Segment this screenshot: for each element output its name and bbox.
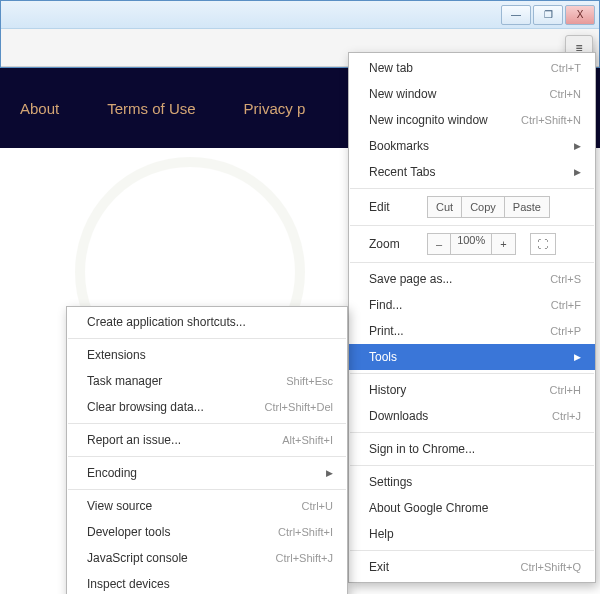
- menu-separator: [350, 188, 594, 189]
- zoom-percent: 100%: [451, 233, 491, 255]
- close-icon: X: [577, 9, 584, 20]
- menu-recent-tabs[interactable]: Recent Tabs▶: [349, 159, 595, 185]
- menu-new-incognito[interactable]: New incognito windowCtrl+Shift+N: [349, 107, 595, 133]
- menu-separator: [350, 432, 594, 433]
- submenu-encoding[interactable]: Encoding▶: [67, 460, 347, 486]
- menu-separator: [68, 489, 346, 490]
- chevron-right-icon: ▶: [326, 468, 333, 478]
- menu-separator: [68, 456, 346, 457]
- menu-exit[interactable]: ExitCtrl+Shift+Q: [349, 554, 595, 580]
- minimize-button[interactable]: —: [501, 5, 531, 25]
- maximize-icon: ❐: [544, 9, 553, 20]
- menu-separator: [350, 373, 594, 374]
- menu-settings[interactable]: Settings: [349, 469, 595, 495]
- submenu-dev-tools[interactable]: Developer toolsCtrl+Shift+I: [67, 519, 347, 545]
- menu-separator: [350, 550, 594, 551]
- fullscreen-icon: ⛶: [537, 238, 548, 250]
- nav-about[interactable]: About: [20, 100, 59, 117]
- submenu-inspect-devices[interactable]: Inspect devices: [67, 571, 347, 594]
- submenu-extensions[interactable]: Extensions: [67, 342, 347, 368]
- menu-separator: [68, 423, 346, 424]
- menu-downloads[interactable]: DownloadsCtrl+J: [349, 403, 595, 429]
- menu-find[interactable]: Find...Ctrl+F: [349, 292, 595, 318]
- menu-help[interactable]: Help: [349, 521, 595, 547]
- nav-privacy[interactable]: Privacy p: [244, 100, 306, 117]
- chrome-main-menu: New tabCtrl+T New windowCtrl+N New incog…: [348, 52, 596, 583]
- title-bar: — ❐ X: [1, 1, 599, 29]
- menu-about-chrome[interactable]: About Google Chrome: [349, 495, 595, 521]
- minimize-icon: —: [511, 9, 521, 20]
- zoom-in-button[interactable]: +: [491, 233, 515, 255]
- menu-bookmarks[interactable]: Bookmarks▶: [349, 133, 595, 159]
- menu-history[interactable]: HistoryCtrl+H: [349, 377, 595, 403]
- zoom-out-button[interactable]: –: [427, 233, 451, 255]
- submenu-js-console[interactable]: JavaScript consoleCtrl+Shift+J: [67, 545, 347, 571]
- submenu-clear-browsing[interactable]: Clear browsing data...Ctrl+Shift+Del: [67, 394, 347, 420]
- chevron-right-icon: ▶: [574, 167, 581, 177]
- menu-edit-row: Edit Cut Copy Paste: [349, 192, 595, 222]
- menu-separator: [68, 338, 346, 339]
- menu-new-window[interactable]: New windowCtrl+N: [349, 81, 595, 107]
- edit-cut-button[interactable]: Cut: [427, 196, 462, 218]
- edit-label: Edit: [369, 200, 419, 214]
- nav-terms[interactable]: Terms of Use: [107, 100, 195, 117]
- menu-zoom-row: Zoom – 100% + ⛶: [349, 229, 595, 259]
- submenu-task-manager[interactable]: Task managerShift+Esc: [67, 368, 347, 394]
- menu-new-tab[interactable]: New tabCtrl+T: [349, 55, 595, 81]
- close-button[interactable]: X: [565, 5, 595, 25]
- menu-tools[interactable]: Tools▶: [349, 344, 595, 370]
- edit-copy-button[interactable]: Copy: [462, 196, 505, 218]
- fullscreen-button[interactable]: ⛶: [530, 233, 556, 255]
- chevron-right-icon: ▶: [574, 352, 581, 362]
- submenu-create-shortcuts[interactable]: Create application shortcuts...: [67, 309, 347, 335]
- menu-separator: [350, 262, 594, 263]
- menu-separator: [350, 465, 594, 466]
- menu-print[interactable]: Print...Ctrl+P: [349, 318, 595, 344]
- menu-separator: [350, 225, 594, 226]
- submenu-view-source[interactable]: View sourceCtrl+U: [67, 493, 347, 519]
- menu-save-page[interactable]: Save page as...Ctrl+S: [349, 266, 595, 292]
- zoom-label: Zoom: [369, 237, 419, 251]
- submenu-report-issue[interactable]: Report an issue...Alt+Shift+I: [67, 427, 347, 453]
- maximize-button[interactable]: ❐: [533, 5, 563, 25]
- menu-sign-in[interactable]: Sign in to Chrome...: [349, 436, 595, 462]
- tools-submenu: Create application shortcuts... Extensio…: [66, 306, 348, 594]
- chevron-right-icon: ▶: [574, 141, 581, 151]
- edit-paste-button[interactable]: Paste: [505, 196, 550, 218]
